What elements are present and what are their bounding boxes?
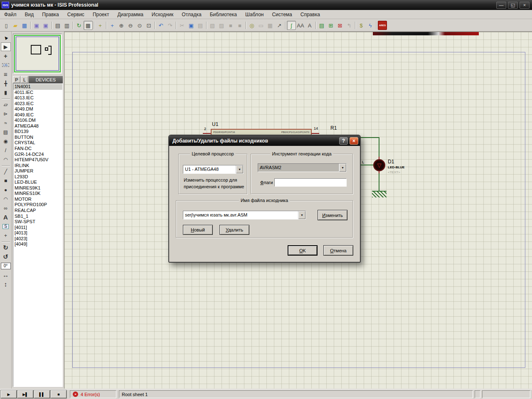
2d-arc-icon[interactable]: ◠	[1, 195, 11, 203]
device-pin-icon[interactable]: ⊳	[1, 109, 11, 118]
code-generator-combo[interactable]: AVRASM2 ▼	[258, 163, 347, 172]
pause-button[interactable]: ▌▌	[34, 390, 50, 398]
rotate-cw-icon[interactable]: ↻	[1, 243, 11, 252]
device-item[interactable]: BUTTON	[13, 135, 62, 140]
minimize-button[interactable]: —	[496, 2, 506, 9]
block-rotate-icon[interactable]: ■	[226, 21, 235, 30]
print-icon[interactable]: ▤	[53, 21, 62, 30]
2d-symbol-icon[interactable]: S	[1, 222, 11, 231]
new-file-icon[interactable]: ▯	[2, 21, 11, 30]
bill-of-materials-icon[interactable]: $	[357, 21, 366, 30]
decompose-icon[interactable]: ↗	[275, 21, 284, 30]
false-origin-icon[interactable]: +	[96, 21, 105, 30]
device-item[interactable]: SW-SPST	[13, 219, 62, 225]
dropdown-arrow-icon[interactable]: ▼	[298, 211, 305, 219]
device-item[interactable]: 1N4001	[13, 84, 62, 90]
flip-horizontal-icon[interactable]: ↔	[1, 271, 11, 279]
text-script-icon[interactable]: ≡	[1, 70, 11, 79]
packaging-tool-icon[interactable]: ▦	[266, 21, 275, 30]
flip-vertical-icon[interactable]: ↕	[1, 280, 11, 288]
delete-button[interactable]: Удалить	[219, 225, 249, 235]
export-section-icon[interactable]: ▣	[41, 21, 50, 30]
device-item[interactable]: CRYSTAL	[13, 140, 62, 146]
rotate-ccw-icon[interactable]: ↺	[1, 252, 11, 261]
2d-path-icon[interactable]: ∞	[1, 204, 11, 212]
close-button[interactable]: ×	[520, 2, 530, 9]
menu-item[interactable]: Правка	[38, 12, 63, 17]
device-item[interactable]: [4013]	[13, 230, 62, 236]
zoom-area-icon[interactable]: ⊡	[144, 21, 153, 30]
paste-icon[interactable]: ▤	[196, 21, 205, 30]
search-tag-icon[interactable]: AA	[296, 21, 305, 30]
tape-recorder-icon[interactable]: ▤	[1, 128, 11, 136]
make-device-icon[interactable]: ▭	[256, 21, 266, 30]
block-delete-icon[interactable]: ■	[235, 21, 244, 30]
stop-button[interactable]: ■	[51, 390, 66, 398]
pick-device-icon[interactable]: ◎	[247, 21, 256, 30]
overview-minimap[interactable]	[13, 34, 62, 74]
device-list[interactable]: 1N40014011.IEC4013.IEC4023.IEC4049.DM404…	[13, 83, 63, 387]
device-item[interactable]: LED-BLUE	[13, 180, 62, 185]
device-item[interactable]: 40106.DM	[13, 118, 62, 123]
property-assignment-icon[interactable]: A	[305, 21, 314, 30]
wire-autorouter-icon[interactable]: ʃ	[287, 21, 296, 30]
device-item[interactable]: ATMEGA48	[13, 123, 62, 129]
device-item[interactable]: L293D	[13, 174, 62, 180]
device-item[interactable]: BD139	[13, 129, 62, 135]
menu-item[interactable]: Файл	[0, 12, 21, 17]
flags-input[interactable]	[274, 178, 347, 187]
wire-label-icon[interactable]: LBL	[1, 61, 11, 69]
design-explorer-icon[interactable]: ▤	[317, 21, 326, 30]
copy-icon[interactable]: ▣	[187, 21, 196, 30]
zoom-all-icon[interactable]: ⊙	[135, 21, 144, 30]
device-item[interactable]: [4011]	[13, 225, 62, 231]
subcircuit-icon[interactable]: ▮	[1, 88, 11, 97]
device-item[interactable]: G2R-14-DC24	[13, 152, 62, 158]
2d-box-icon[interactable]: ■	[1, 176, 11, 185]
bus-icon[interactable]: ╋	[1, 79, 11, 88]
menu-item[interactable]: Исходник	[148, 12, 177, 17]
generator-icon[interactable]: ◉	[1, 137, 11, 145]
dropdown-arrow-icon[interactable]: ▼	[339, 164, 346, 172]
pick-parts-button[interactable]: P	[13, 76, 20, 83]
angle-display[interactable]: 0°	[1, 263, 11, 269]
selection-mode-icon[interactable]: ▲	[1, 33, 11, 42]
dropdown-arrow-icon[interactable]: ▼	[236, 165, 243, 173]
menu-item[interactable]: Шаблон	[241, 12, 268, 17]
terminal-icon[interactable]: ▱	[1, 100, 11, 109]
led-d1[interactable]: ▽	[373, 159, 385, 171]
device-item[interactable]: 4013.IEC	[13, 95, 62, 101]
component-mode-icon[interactable]: ▶	[1, 42, 11, 51]
save-icon[interactable]: ▦	[20, 21, 29, 30]
menu-item[interactable]: Справка	[296, 12, 324, 17]
goto-sheet-icon[interactable]: ↰	[345, 21, 354, 30]
2d-circle-icon[interactable]: ●	[1, 185, 11, 194]
junction-dot-icon[interactable]: +	[1, 52, 11, 60]
device-item[interactable]: 4049.IEC	[13, 112, 62, 118]
cancel-button[interactable]: Отмена	[323, 245, 353, 256]
device-item[interactable]: HITEMP47U50V	[13, 157, 62, 163]
device-item[interactable]: SB1_1	[13, 214, 62, 219]
device-item[interactable]: MINRES9K1	[13, 185, 62, 191]
play-button[interactable]: ▶	[1, 390, 17, 398]
graph-mode-icon[interactable]: ≈	[1, 118, 11, 127]
electrical-rule-check-icon[interactable]: ϟ	[366, 21, 375, 30]
menu-item[interactable]: Отладка	[177, 12, 205, 17]
target-processor-combo[interactable]: U1 - ATMEGA48 ▼	[183, 165, 244, 174]
library-button[interactable]: L	[21, 76, 28, 83]
device-item[interactable]: [4023]	[13, 236, 62, 242]
voltage-probe-icon[interactable]: /	[1, 146, 11, 155]
device-item[interactable]: FAN-DC	[13, 146, 62, 152]
device-item[interactable]: 4023.IEC	[13, 101, 62, 107]
menu-item[interactable]: Система	[268, 12, 296, 17]
device-item[interactable]: [4049]	[13, 241, 62, 247]
2d-line-icon[interactable]: ╱	[1, 167, 11, 176]
redraw-icon[interactable]: ↻	[74, 21, 84, 30]
device-item[interactable]: IRLINK	[13, 163, 62, 169]
open-folder-icon[interactable]: ▰	[11, 21, 20, 30]
remove-sheet-icon[interactable]: ⊠	[335, 21, 345, 30]
block-copy-icon[interactable]: ▧	[208, 21, 217, 30]
new-sheet-icon[interactable]: ⊞	[326, 21, 335, 30]
netlist-to-ares-icon[interactable]: ARES	[378, 21, 387, 30]
device-item[interactable]: 4049.DM	[13, 106, 62, 112]
